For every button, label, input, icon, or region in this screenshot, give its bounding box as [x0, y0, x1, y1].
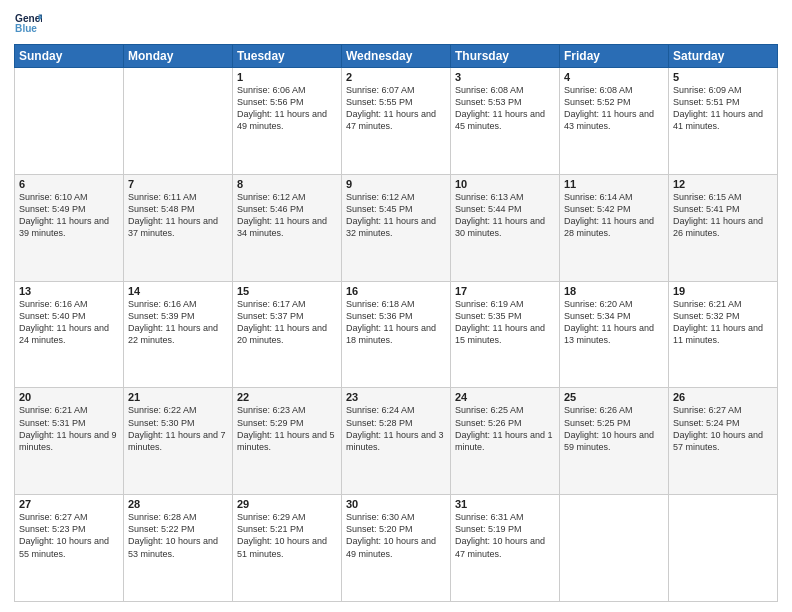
calendar-cell: 16 Sunrise: 6:18 AMSunset: 5:36 PMDaylig…	[342, 281, 451, 388]
calendar-cell: 10 Sunrise: 6:13 AMSunset: 5:44 PMDaylig…	[451, 174, 560, 281]
day-number: 16	[346, 285, 446, 297]
day-number: 20	[19, 391, 119, 403]
calendar-cell: 8 Sunrise: 6:12 AMSunset: 5:46 PMDayligh…	[233, 174, 342, 281]
day-info: Sunrise: 6:18 AMSunset: 5:36 PMDaylight:…	[346, 299, 436, 345]
day-number: 26	[673, 391, 773, 403]
calendar-cell: 28 Sunrise: 6:28 AMSunset: 5:22 PMDaylig…	[124, 495, 233, 602]
calendar-cell: 7 Sunrise: 6:11 AMSunset: 5:48 PMDayligh…	[124, 174, 233, 281]
day-number: 19	[673, 285, 773, 297]
weekday-header-monday: Monday	[124, 45, 233, 68]
svg-text:General: General	[15, 13, 42, 24]
day-info: Sunrise: 6:13 AMSunset: 5:44 PMDaylight:…	[455, 192, 545, 238]
day-number: 25	[564, 391, 664, 403]
calendar-cell: 26 Sunrise: 6:27 AMSunset: 5:24 PMDaylig…	[669, 388, 778, 495]
day-number: 15	[237, 285, 337, 297]
calendar-cell: 2 Sunrise: 6:07 AMSunset: 5:55 PMDayligh…	[342, 68, 451, 175]
day-info: Sunrise: 6:17 AMSunset: 5:37 PMDaylight:…	[237, 299, 327, 345]
day-number: 21	[128, 391, 228, 403]
day-info: Sunrise: 6:15 AMSunset: 5:41 PMDaylight:…	[673, 192, 763, 238]
day-info: Sunrise: 6:12 AMSunset: 5:46 PMDaylight:…	[237, 192, 327, 238]
day-info: Sunrise: 6:11 AMSunset: 5:48 PMDaylight:…	[128, 192, 218, 238]
day-info: Sunrise: 6:27 AMSunset: 5:24 PMDaylight:…	[673, 405, 763, 451]
day-info: Sunrise: 6:09 AMSunset: 5:51 PMDaylight:…	[673, 85, 763, 131]
day-number: 22	[237, 391, 337, 403]
weekday-header-wednesday: Wednesday	[342, 45, 451, 68]
day-number: 18	[564, 285, 664, 297]
day-number: 17	[455, 285, 555, 297]
calendar-cell: 12 Sunrise: 6:15 AMSunset: 5:41 PMDaylig…	[669, 174, 778, 281]
day-number: 24	[455, 391, 555, 403]
calendar-cell: 19 Sunrise: 6:21 AMSunset: 5:32 PMDaylig…	[669, 281, 778, 388]
day-info: Sunrise: 6:30 AMSunset: 5:20 PMDaylight:…	[346, 512, 436, 558]
day-info: Sunrise: 6:19 AMSunset: 5:35 PMDaylight:…	[455, 299, 545, 345]
day-info: Sunrise: 6:25 AMSunset: 5:26 PMDaylight:…	[455, 405, 553, 451]
day-info: Sunrise: 6:31 AMSunset: 5:19 PMDaylight:…	[455, 512, 545, 558]
calendar-table: SundayMondayTuesdayWednesdayThursdayFrid…	[14, 44, 778, 602]
calendar-cell: 3 Sunrise: 6:08 AMSunset: 5:53 PMDayligh…	[451, 68, 560, 175]
day-number: 5	[673, 71, 773, 83]
page: General Blue SundayMondayTuesdayWednesda…	[0, 0, 792, 612]
logo: General Blue	[14, 10, 44, 38]
day-number: 4	[564, 71, 664, 83]
day-info: Sunrise: 6:23 AMSunset: 5:29 PMDaylight:…	[237, 405, 335, 451]
calendar-cell: 23 Sunrise: 6:24 AMSunset: 5:28 PMDaylig…	[342, 388, 451, 495]
day-number: 2	[346, 71, 446, 83]
day-info: Sunrise: 6:21 AMSunset: 5:31 PMDaylight:…	[19, 405, 117, 451]
day-info: Sunrise: 6:16 AMSunset: 5:40 PMDaylight:…	[19, 299, 109, 345]
calendar-cell	[124, 68, 233, 175]
day-info: Sunrise: 6:08 AMSunset: 5:53 PMDaylight:…	[455, 85, 545, 131]
weekday-header-sunday: Sunday	[15, 45, 124, 68]
day-number: 14	[128, 285, 228, 297]
day-number: 27	[19, 498, 119, 510]
day-info: Sunrise: 6:10 AMSunset: 5:49 PMDaylight:…	[19, 192, 109, 238]
day-number: 13	[19, 285, 119, 297]
day-number: 3	[455, 71, 555, 83]
day-number: 31	[455, 498, 555, 510]
calendar-cell: 9 Sunrise: 6:12 AMSunset: 5:45 PMDayligh…	[342, 174, 451, 281]
calendar-cell: 31 Sunrise: 6:31 AMSunset: 5:19 PMDaylig…	[451, 495, 560, 602]
day-info: Sunrise: 6:14 AMSunset: 5:42 PMDaylight:…	[564, 192, 654, 238]
day-number: 7	[128, 178, 228, 190]
day-info: Sunrise: 6:27 AMSunset: 5:23 PMDaylight:…	[19, 512, 109, 558]
calendar-cell: 21 Sunrise: 6:22 AMSunset: 5:30 PMDaylig…	[124, 388, 233, 495]
calendar-cell: 11 Sunrise: 6:14 AMSunset: 5:42 PMDaylig…	[560, 174, 669, 281]
logo-icon: General Blue	[14, 10, 42, 38]
calendar-cell: 5 Sunrise: 6:09 AMSunset: 5:51 PMDayligh…	[669, 68, 778, 175]
day-number: 10	[455, 178, 555, 190]
calendar-cell: 6 Sunrise: 6:10 AMSunset: 5:49 PMDayligh…	[15, 174, 124, 281]
calendar-cell: 25 Sunrise: 6:26 AMSunset: 5:25 PMDaylig…	[560, 388, 669, 495]
day-number: 11	[564, 178, 664, 190]
weekday-header-tuesday: Tuesday	[233, 45, 342, 68]
day-info: Sunrise: 6:28 AMSunset: 5:22 PMDaylight:…	[128, 512, 218, 558]
calendar-cell	[15, 68, 124, 175]
header: General Blue	[14, 10, 778, 38]
day-info: Sunrise: 6:22 AMSunset: 5:30 PMDaylight:…	[128, 405, 226, 451]
weekday-header-saturday: Saturday	[669, 45, 778, 68]
svg-text:Blue: Blue	[15, 23, 37, 34]
calendar-cell: 1 Sunrise: 6:06 AMSunset: 5:56 PMDayligh…	[233, 68, 342, 175]
day-number: 12	[673, 178, 773, 190]
calendar-cell: 17 Sunrise: 6:19 AMSunset: 5:35 PMDaylig…	[451, 281, 560, 388]
day-info: Sunrise: 6:12 AMSunset: 5:45 PMDaylight:…	[346, 192, 436, 238]
day-number: 29	[237, 498, 337, 510]
calendar-cell: 14 Sunrise: 6:16 AMSunset: 5:39 PMDaylig…	[124, 281, 233, 388]
calendar-cell: 24 Sunrise: 6:25 AMSunset: 5:26 PMDaylig…	[451, 388, 560, 495]
day-number: 23	[346, 391, 446, 403]
calendar-cell: 30 Sunrise: 6:30 AMSunset: 5:20 PMDaylig…	[342, 495, 451, 602]
calendar-cell: 29 Sunrise: 6:29 AMSunset: 5:21 PMDaylig…	[233, 495, 342, 602]
day-number: 28	[128, 498, 228, 510]
day-number: 1	[237, 71, 337, 83]
calendar-cell: 18 Sunrise: 6:20 AMSunset: 5:34 PMDaylig…	[560, 281, 669, 388]
day-info: Sunrise: 6:29 AMSunset: 5:21 PMDaylight:…	[237, 512, 327, 558]
day-info: Sunrise: 6:06 AMSunset: 5:56 PMDaylight:…	[237, 85, 327, 131]
calendar-cell: 4 Sunrise: 6:08 AMSunset: 5:52 PMDayligh…	[560, 68, 669, 175]
day-info: Sunrise: 6:07 AMSunset: 5:55 PMDaylight:…	[346, 85, 436, 131]
day-number: 30	[346, 498, 446, 510]
day-info: Sunrise: 6:26 AMSunset: 5:25 PMDaylight:…	[564, 405, 654, 451]
weekday-header-thursday: Thursday	[451, 45, 560, 68]
day-info: Sunrise: 6:21 AMSunset: 5:32 PMDaylight:…	[673, 299, 763, 345]
calendar-cell	[560, 495, 669, 602]
day-number: 9	[346, 178, 446, 190]
day-info: Sunrise: 6:20 AMSunset: 5:34 PMDaylight:…	[564, 299, 654, 345]
calendar-cell: 27 Sunrise: 6:27 AMSunset: 5:23 PMDaylig…	[15, 495, 124, 602]
